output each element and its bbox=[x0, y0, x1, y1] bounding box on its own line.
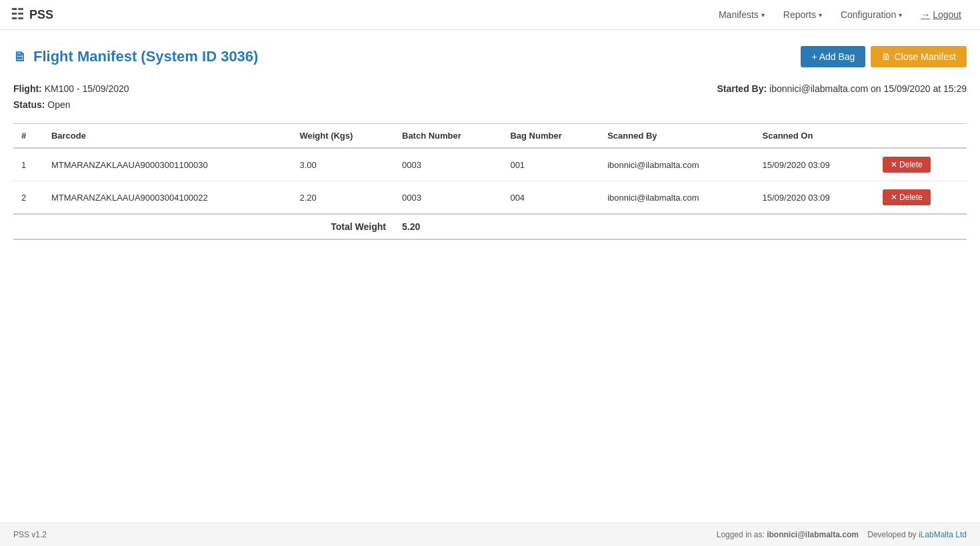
brand-icon: ☷ bbox=[11, 6, 24, 23]
col-barcode: Barcode bbox=[43, 124, 292, 149]
delete-button-1[interactable]: ✕ Delete bbox=[883, 157, 931, 173]
footer: PSS v1.2 Logged in as: ibonnici@ilabmalt… bbox=[0, 523, 980, 546]
nav-item-reports[interactable]: Reports ▾ bbox=[775, 0, 830, 30]
flight-detail: Flight: KM100 - 15/09/2020 bbox=[13, 83, 129, 94]
brand-logo[interactable]: ☷ PSS bbox=[11, 6, 53, 23]
manifest-table: # Barcode Weight (Kgs) Batch Number Bag … bbox=[13, 123, 967, 240]
close-manifest-icon: 🗎 bbox=[881, 51, 891, 62]
footer-right: Logged in as: ibonnici@ilabmalta.com Dev… bbox=[717, 530, 967, 539]
cell-scanned-by: ibonnici@ilabmalta.com bbox=[599, 148, 754, 181]
cell-barcode: MTMARANZAKLAAUA90003004100022 bbox=[43, 181, 292, 215]
brand-name: PSS bbox=[29, 8, 53, 22]
total-weight-label bbox=[13, 214, 291, 239]
cell-actions: ✕ Delete bbox=[875, 181, 967, 215]
status-value: Open bbox=[47, 99, 70, 110]
main-content: 🗎 Flight Manifest (System ID 3036) + Add… bbox=[0, 30, 980, 523]
cell-weight: 2.20 bbox=[291, 181, 394, 215]
cell-weight: 3.00 bbox=[291, 148, 394, 181]
page-title: 🗎 Flight Manifest (System ID 3036) bbox=[13, 48, 258, 65]
cell-batch-number: 0003 bbox=[394, 148, 502, 181]
developed-by-prefix: Developed by bbox=[867, 530, 919, 539]
status-row: Status: Open bbox=[13, 99, 967, 110]
col-scanned-on: Scanned On bbox=[755, 124, 875, 149]
col-weight: Weight (Kgs) bbox=[291, 124, 394, 149]
col-num: # bbox=[13, 124, 43, 149]
cell-num: 1 bbox=[13, 148, 43, 181]
manifests-caret: ▾ bbox=[761, 11, 765, 19]
logged-in-user: ibonnici@ilabmalta.com bbox=[767, 530, 859, 539]
flight-row: Flight: KM100 - 15/09/2020 Started By: i… bbox=[13, 83, 967, 94]
configuration-caret: ▾ bbox=[899, 11, 902, 19]
col-scanned-by: Scanned By bbox=[599, 124, 754, 149]
manifest-icon: 🗎 bbox=[13, 49, 27, 65]
cell-scanned-on: 15/09/2020 03:09 bbox=[755, 148, 875, 181]
col-bag-number: Bag Number bbox=[502, 124, 599, 149]
logout-icon: → bbox=[921, 9, 930, 20]
delete-button-2[interactable]: ✕ Delete bbox=[883, 189, 931, 205]
reports-caret: ▾ bbox=[819, 11, 822, 19]
table-header-row: # Barcode Weight (Kgs) Batch Number Bag … bbox=[13, 124, 967, 149]
table-row: 1 MTMARANZAKLAAUA90003001100030 3.00 000… bbox=[13, 148, 967, 181]
close-manifest-button[interactable]: 🗎 Close Manifest bbox=[871, 46, 967, 67]
nav-item-manifests[interactable]: Manifests ▾ bbox=[711, 0, 773, 30]
version-text: PSS v1.2 bbox=[13, 530, 47, 539]
flight-info: Flight: KM100 - 15/09/2020 Started By: i… bbox=[13, 83, 967, 110]
nav-item-configuration[interactable]: Configuration ▾ bbox=[833, 0, 910, 30]
total-weight-value: 5.20 bbox=[394, 214, 502, 239]
cell-actions: ✕ Delete bbox=[875, 148, 967, 181]
cell-scanned-on: 15/09/2020 03:09 bbox=[755, 181, 875, 215]
header-buttons: + Add Bag 🗎 Close Manifest bbox=[801, 46, 967, 67]
started-by: Started By: ibonnici@ilabmalta.com on 15… bbox=[717, 83, 967, 94]
logout-button[interactable]: → Logout bbox=[913, 0, 969, 30]
add-bag-button[interactable]: + Add Bag bbox=[801, 46, 865, 67]
cell-scanned-by: ibonnici@ilabmalta.com bbox=[599, 181, 754, 215]
cell-barcode: MTMARANZAKLAAUA90003001100030 bbox=[43, 148, 292, 181]
col-actions bbox=[875, 124, 967, 149]
table-footer-row: Total Weight 5.20 bbox=[13, 214, 967, 239]
total-weight-text: Total Weight bbox=[291, 214, 394, 239]
developer-link[interactable]: iLabMalta Ltd bbox=[919, 530, 967, 539]
cell-bag-number: 004 bbox=[502, 181, 599, 215]
cell-bag-number: 001 bbox=[502, 148, 599, 181]
navbar-right: Manifests ▾ Reports ▾ Configuration ▾ → … bbox=[711, 0, 969, 30]
page-header: 🗎 Flight Manifest (System ID 3036) + Add… bbox=[13, 46, 967, 67]
logged-in-prefix: Logged in as: bbox=[717, 530, 767, 539]
cell-num: 2 bbox=[13, 181, 43, 215]
cell-batch-number: 0003 bbox=[394, 181, 502, 215]
col-batch-number: Batch Number bbox=[394, 124, 502, 149]
table-row: 2 MTMARANZAKLAAUA90003004100022 2.20 000… bbox=[13, 181, 967, 215]
navbar: ☷ PSS Manifests ▾ Reports ▾ Configuratio… bbox=[0, 0, 980, 30]
